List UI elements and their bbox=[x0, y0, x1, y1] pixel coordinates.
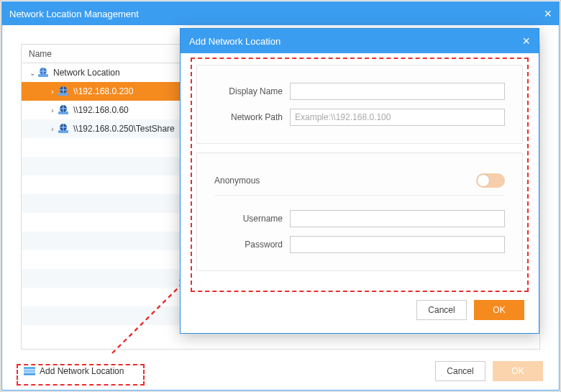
main-footer: Add Network Location Cancel OK bbox=[2, 352, 559, 390]
svg-rect-9 bbox=[24, 369, 35, 370]
main-titlebar: Network Location Management × bbox=[2, 2, 559, 25]
main-ok-button[interactable]: OK bbox=[493, 361, 543, 381]
main-window-title: Network Location Management bbox=[9, 9, 139, 19]
divider bbox=[214, 195, 505, 196]
password-label: Password bbox=[214, 240, 283, 250]
network-path-input[interactable] bbox=[290, 109, 505, 126]
network-globe-icon bbox=[58, 104, 69, 116]
field-password: Password bbox=[214, 236, 505, 253]
add-location-icon bbox=[24, 367, 35, 375]
field-display-name: Display Name bbox=[214, 83, 505, 100]
tree-item-label: \\192.168.0.230 bbox=[73, 86, 133, 96]
dialog-footer: Cancel OK bbox=[181, 291, 539, 333]
username-label: Username bbox=[214, 214, 283, 224]
svg-rect-10 bbox=[24, 370, 35, 371]
dialog-titlebar: Add Network Location × bbox=[181, 29, 539, 53]
chevron-down-icon[interactable]: ⌄ bbox=[29, 69, 36, 77]
close-icon[interactable]: × bbox=[522, 34, 530, 49]
anonymous-label: Anonymous bbox=[214, 176, 260, 186]
dialog-title: Add Network Location bbox=[189, 36, 280, 47]
dialog-body: Display Name Network Path Anonymous bbox=[181, 53, 539, 291]
network-globe-icon bbox=[37, 67, 49, 78]
field-username: Username bbox=[214, 210, 505, 227]
svg-rect-11 bbox=[24, 373, 35, 373]
tree-item-label: \\192.168.0.60 bbox=[73, 105, 129, 115]
chevron-right-icon[interactable]: › bbox=[49, 106, 56, 114]
add-network-location-dialog: Add Network Location × Display Name Netw… bbox=[180, 28, 539, 334]
network-globe-icon bbox=[58, 123, 69, 135]
dialog-ok-button[interactable]: OK bbox=[474, 300, 524, 320]
network-path-label: Network Path bbox=[214, 112, 283, 122]
display-name-label: Display Name bbox=[214, 86, 283, 96]
section-credentials: Anonymous Username Password bbox=[196, 152, 523, 271]
username-input[interactable] bbox=[290, 210, 505, 227]
display-name-input[interactable] bbox=[290, 83, 505, 100]
add-network-location-link[interactable]: Add Network Location bbox=[18, 363, 129, 379]
anonymous-row: Anonymous bbox=[214, 170, 505, 195]
close-icon[interactable]: × bbox=[544, 6, 552, 22]
section-path: Display Name Network Path bbox=[196, 65, 523, 144]
network-globe-icon bbox=[58, 86, 69, 97]
tree-root-label: Network Location bbox=[53, 68, 120, 78]
toggle-knob bbox=[478, 175, 489, 186]
chevron-right-icon[interactable]: › bbox=[49, 125, 56, 133]
chevron-right-icon[interactable]: › bbox=[49, 88, 56, 96]
add-network-location-label: Add Network Location bbox=[40, 366, 124, 376]
tree-item-label: \\192.168.0.250\TestShare bbox=[73, 124, 175, 134]
main-cancel-button[interactable]: Cancel bbox=[435, 361, 485, 381]
password-input[interactable] bbox=[290, 236, 505, 253]
anonymous-toggle[interactable] bbox=[476, 173, 505, 188]
field-network-path: Network Path bbox=[214, 109, 505, 126]
dialog-cancel-button[interactable]: Cancel bbox=[416, 300, 467, 320]
